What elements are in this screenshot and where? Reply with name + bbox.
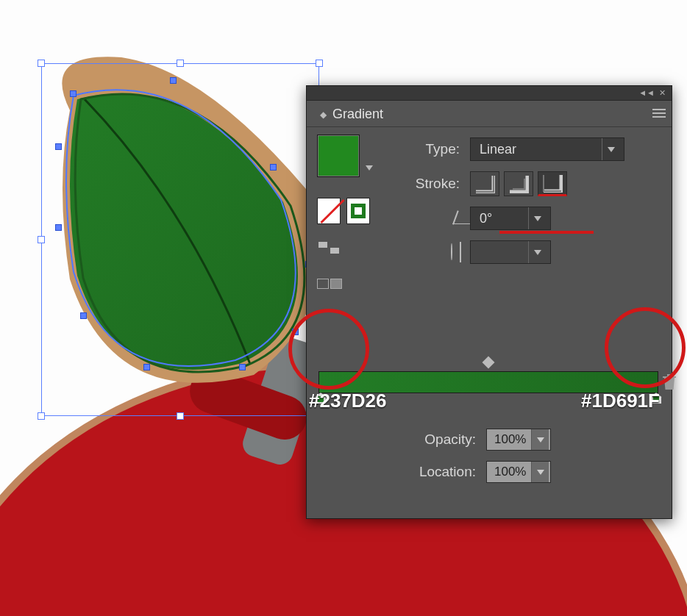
angle-value: 0° [480,211,492,226]
stroke-align-across-button[interactable] [538,171,567,196]
bbox-handle[interactable] [177,60,184,67]
chevron-down-icon [531,429,549,450]
chevron-down-icon [528,241,546,263]
type-dropdown[interactable]: Linear [470,137,624,161]
type-value: Linear [480,142,516,157]
location-value: 100% [494,465,526,479]
stroke-label: Stroke: [394,176,460,192]
location-input[interactable]: 100% [486,461,551,483]
location-label: Location: [395,464,476,480]
close-icon[interactable]: ✕ [659,88,666,98]
stroke-align-within-button[interactable] [470,171,499,196]
opacity-label: Opacity: [395,431,476,448]
panel-titlebar[interactable]: ◄◄ ✕ [307,86,672,101]
delete-stop-icon[interactable] [662,373,678,393]
annotation-underline [499,231,594,234]
tab-toggle-icon: ◆ [320,110,327,120]
stroke-align-group [470,171,567,196]
bbox-handle[interactable] [177,412,184,420]
midpoint-diamond-icon[interactable] [483,357,495,369]
stroke-align-along-button[interactable] [504,171,533,196]
bbox-handle[interactable] [316,60,323,67]
bbox-handle[interactable] [38,60,45,67]
swatch-column [317,135,370,290]
fill-none-swatch[interactable] [317,198,341,224]
gradient-panel: ◄◄ ✕ ◆ Gradient Type: [306,85,672,519]
angle-dropdown[interactable]: 0° [470,207,551,230]
stroke-swatch[interactable] [346,198,370,224]
aspect-dropdown[interactable] [470,240,551,264]
chevron-down-icon [531,462,549,482]
chevron-down-icon [602,138,619,160]
hex-label-left: #237D26 [309,390,387,412]
hex-label-right: #1D691F [581,390,660,412]
collapse-icon[interactable]: ◄◄ [638,88,655,98]
panel-menu-icon[interactable] [651,107,667,120]
tab-gradient[interactable]: ◆ Gradient [313,102,394,126]
opacity-value: 100% [494,432,526,447]
aspect-icon-wrap [394,244,460,260]
bbox-handle[interactable] [38,236,45,243]
opacity-input[interactable]: 100% [486,429,551,451]
selection-bounding-box [41,63,319,416]
angle-icon-wrap [394,210,460,226]
panel-tabs: ◆ Gradient [307,101,672,127]
swap-fill-stroke-icon[interactable] [317,240,344,257]
aspect-ratio-icon [451,243,452,260]
chevron-down-icon [528,207,546,229]
gradient-swatch[interactable] [317,135,360,177]
reverse-gradient-icon[interactable] [317,276,342,290]
swatch-dropdown-icon[interactable] [366,165,373,171]
gradient-ramp [318,358,658,393]
tab-label: Gradient [332,107,383,122]
bbox-handle[interactable] [38,412,45,420]
type-label: Type: [394,141,460,157]
